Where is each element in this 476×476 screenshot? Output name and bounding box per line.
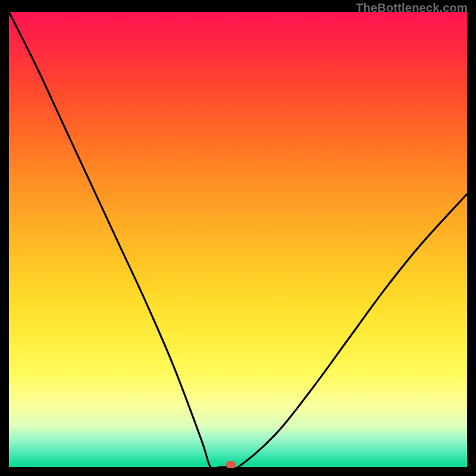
plot-area bbox=[9, 12, 467, 467]
optimal-point-marker bbox=[226, 461, 236, 468]
chart-frame: TheBottleneck.com bbox=[0, 0, 476, 476]
bottleneck-curve bbox=[9, 12, 467, 467]
